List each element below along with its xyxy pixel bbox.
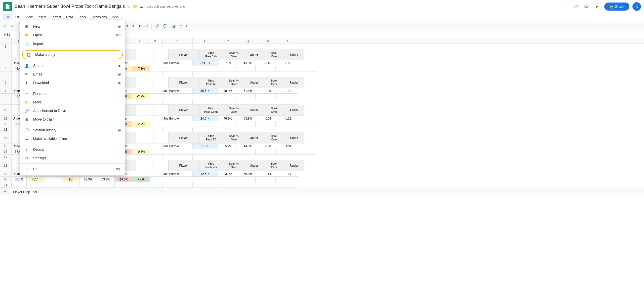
menu-item-help[interactable]: Help: [109, 14, 121, 20]
menu-share[interactable]: 👤 Share ▶: [20, 61, 125, 70]
menu-new[interactable]: ⊞ New ▶: [20, 22, 125, 31]
app-icon[interactable]: [3, 2, 12, 11]
row-num-17[interactable]: 17: [0, 155, 11, 160]
menu-item-insert[interactable]: Insert: [35, 14, 48, 20]
cell-s4[interactable]: [296, 66, 316, 71]
cell-s3-115[interactable]: -115: [278, 60, 298, 66]
col-header-m[interactable]: M: [147, 38, 163, 44]
chart-button[interactable]: 📊: [170, 23, 177, 29]
tab-player-prop-tool[interactable]: Player Prop Tool: [9, 189, 41, 195]
menu-details[interactable]: ℹ Details: [20, 145, 125, 154]
col-header-l[interactable]: L: [132, 38, 147, 44]
cell-p3-57[interactable]: 57.0%: [218, 60, 238, 66]
cell-m4[interactable]: [165, 66, 180, 71]
present-icon[interactable]: ▶: [593, 3, 601, 10]
row-num-18[interactable]: 18: [0, 160, 11, 171]
row-num-3[interactable]: 3: [0, 60, 11, 66]
row-num-1[interactable]: 1: [0, 44, 11, 49]
row-num-4[interactable]: 4: [0, 66, 11, 71]
cell-q2-under[interactable]: Under: [244, 49, 264, 60]
menu-make-copy[interactable]: 📋 Make a copy: [22, 50, 123, 59]
row-num-9[interactable]: 9: [0, 99, 11, 105]
cell-o2-prop[interactable]: PropPass Yds: [199, 49, 224, 60]
menu-item-edit[interactable]: Edit: [12, 14, 23, 20]
cell-q3-43[interactable]: 43.0%: [238, 60, 258, 66]
cell-s2-under[interactable]: Under: [284, 49, 304, 60]
row-num-14[interactable]: 14: [0, 132, 11, 143]
row-num-10[interactable]: 10: [0, 105, 11, 116]
folder-icon[interactable]: 📁: [133, 4, 138, 9]
cell-o4[interactable]: [210, 66, 235, 71]
menu-download[interactable]: ⬇ Download ▶: [20, 79, 125, 87]
menu-item-extensions[interactable]: Extensions: [88, 14, 109, 20]
cell-s1[interactable]: [278, 44, 298, 49]
cell-r3-115[interactable]: -115: [258, 60, 278, 66]
row-num-16[interactable]: 16: [0, 149, 11, 155]
row-num-13[interactable]: 13: [0, 127, 11, 132]
menu-version-history[interactable]: 🕐 Version history ▶: [20, 126, 125, 134]
cell-o3-273[interactable]: 273.5 ▼: [193, 60, 218, 66]
cell-p4[interactable]: [235, 66, 256, 71]
menu-item-file[interactable]: File: [2, 14, 12, 20]
menu-settings[interactable]: ⚙ Settings: [20, 154, 125, 162]
col-header-o[interactable]: O: [193, 38, 218, 44]
row-num-7[interactable]: 7: [0, 88, 11, 94]
row-num-8[interactable]: 8: [0, 94, 11, 99]
analytics-icon[interactable]: 📈: [573, 3, 580, 10]
cell-k4-edge-under[interactable]: -7.1%: [132, 66, 150, 71]
filter-button[interactable]: ▽: [178, 23, 183, 29]
menu-item-tools[interactable]: Tools: [75, 14, 88, 20]
link-button[interactable]: 🔗: [154, 23, 161, 29]
cell-o1[interactable]: [193, 44, 218, 49]
col-header-p[interactable]: P: [218, 38, 238, 44]
cell-reference[interactable]: [2, 32, 20, 37]
menu-item-format[interactable]: Format: [48, 14, 64, 20]
col-header-r[interactable]: R: [258, 38, 278, 44]
row-num-2[interactable]: 2: [0, 49, 11, 60]
cell-n4[interactable]: [180, 66, 210, 71]
avatar[interactable]: K: [632, 2, 641, 11]
add-sheet-button[interactable]: +: [2, 189, 8, 195]
cell-r1[interactable]: [258, 44, 278, 49]
menu-move[interactable]: 📁 Move: [20, 98, 125, 106]
cell-q4[interactable]: [256, 66, 276, 71]
menu-item-data[interactable]: Data: [64, 14, 75, 20]
menu-email[interactable]: ✉ Email ▶: [20, 70, 125, 79]
cell-q1[interactable]: [238, 44, 258, 49]
row-num-19[interactable]: 19: [0, 171, 11, 177]
menu-import[interactable]: 📄 Import: [20, 39, 125, 48]
cell-m1[interactable]: [147, 44, 163, 49]
cell-p2-sean[interactable]: Sean %Over: [224, 49, 244, 60]
cell-p1[interactable]: [218, 44, 238, 49]
cell-n3-burrow1[interactable]: Joe Burrow: [163, 60, 193, 66]
redo-button[interactable]: ↪: [9, 23, 15, 29]
cell-r4[interactable]: [276, 66, 296, 71]
comments-icon[interactable]: 💬: [583, 3, 590, 10]
functions-button[interactable]: Σ: [184, 23, 189, 29]
menu-trash[interactable]: 🗑 Move to trash: [20, 115, 125, 124]
col-header-q[interactable]: Q: [238, 38, 258, 44]
cell-l3[interactable]: [132, 60, 147, 66]
row-num-12[interactable]: 12: [0, 121, 11, 127]
cell-n7-burrow[interactable]: Joe Burrow: [163, 88, 193, 94]
col-header-n[interactable]: N: [163, 38, 193, 44]
menu-open[interactable]: 📂 Open ⌘O: [20, 31, 125, 39]
cell-l1[interactable]: [132, 44, 147, 49]
star-icon[interactable]: ☆: [127, 4, 131, 9]
align-center-button[interactable]: ≡: [131, 23, 136, 29]
align-left-button[interactable]: ≡: [125, 23, 130, 29]
cell-l4[interactable]: [150, 66, 165, 71]
menu-print[interactable]: 🖨 Print ⌘P: [20, 165, 125, 173]
row-num-15[interactable]: 15: [0, 143, 11, 149]
row-num-11[interactable]: 11: [0, 116, 11, 121]
row-num-20[interactable]: 20: [0, 177, 11, 182]
row-num-6[interactable]: 6: [0, 77, 11, 88]
cell-r2-book[interactable]: BookOver: [264, 49, 284, 60]
share-button[interactable]: 🔒 Share: [604, 3, 629, 11]
menu-add-shortcut[interactable]: 🔗 Add shortcut to Drive: [20, 106, 125, 115]
menu-rename[interactable]: ✏ Rename: [20, 89, 125, 98]
wrap-button[interactable]: ↩: [144, 23, 149, 29]
row-num-5[interactable]: 5: [0, 71, 11, 77]
cell-l2[interactable]: [138, 49, 153, 60]
menu-item-view[interactable]: View: [23, 14, 35, 20]
